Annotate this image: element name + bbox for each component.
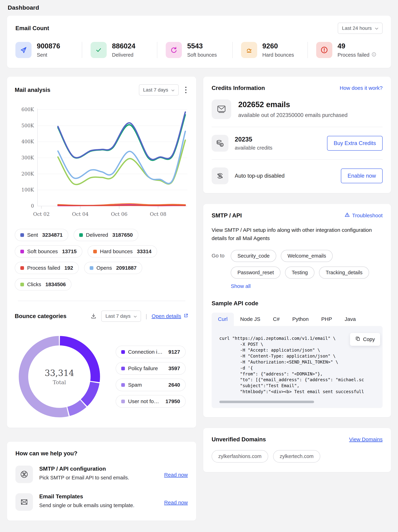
read-now-link[interactable]: Read now [164, 467, 188, 483]
legend-swatch [121, 383, 125, 387]
range-value: Last 7 days [143, 87, 168, 93]
auto-topup-icon [211, 167, 228, 184]
legend-item-opens[interactable]: Opens 2091887 [84, 262, 142, 274]
mail-analysis-card: Mail analysis Last 7 days [7, 77, 196, 428]
stat-label: Soft bounces [187, 52, 217, 58]
help-item-description: Pick SMTP or Email API to send emails. [39, 475, 158, 481]
coins-icon [211, 135, 228, 152]
chip-testing[interactable]: Testing [285, 266, 314, 279]
legend-label: User not fo… [128, 398, 159, 404]
legend-item-connection-issues[interactable]: Connection i… 9127 [116, 346, 186, 358]
legend-item-policy-failure[interactable]: Policy failure 3597 [116, 362, 186, 375]
auto-topup-label: Auto top-up disabled [235, 173, 335, 179]
refresh-icon [166, 42, 182, 58]
chip-welcome-emails[interactable]: Welcome_emails [281, 250, 333, 262]
globe-icon [15, 466, 33, 483]
bounce-donut-chart: 33,314 Total [18, 336, 100, 418]
legend-swatch [79, 233, 83, 237]
legend-swatch [93, 250, 97, 253]
stat-value: 49 [338, 42, 376, 50]
legend-label: Opens [97, 265, 112, 271]
horizontal-scrollbar[interactable] [219, 401, 314, 403]
help-item-title: Email Templates [39, 493, 158, 500]
svg-text:500K: 500K [21, 123, 34, 128]
legend-value: 13715 [62, 248, 77, 254]
legend-item-sent[interactable]: Sent 3234871 [15, 229, 68, 241]
open-details-link[interactable]: Open details [152, 313, 188, 319]
svg-text:100K: 100K [21, 187, 34, 193]
email-count-stats: 900876 Sent 886024 Delivered 5543 [15, 42, 383, 58]
legend-swatch [121, 400, 125, 403]
sample-api-code-title: Sample API code [211, 300, 383, 307]
tab-php[interactable]: PHP [315, 313, 338, 326]
email-count-title: Email Count [15, 25, 49, 32]
legend-label: Spam [128, 382, 142, 388]
legend-item-soft-bounces[interactable]: Soft bounces 13715 [15, 245, 82, 258]
kebab-menu-icon[interactable] [183, 85, 188, 95]
read-now-link[interactable]: Read now [164, 494, 188, 511]
legend-value: 1834506 [45, 281, 66, 287]
stat-label: Sent [37, 52, 60, 58]
info-icon[interactable] [372, 52, 376, 58]
tab-curl[interactable]: Curl [211, 313, 234, 326]
dashboard-page: Dashboard Email Count Last 24 hours 9008… [0, 0, 398, 524]
external-link-icon [183, 313, 188, 319]
legend-item-process-failed[interactable]: Process failed 192 [15, 262, 79, 274]
legend-swatch [20, 233, 24, 237]
help-item-title: SMTP / API configuration [39, 466, 158, 472]
legend-item-spam[interactable]: Spam 2640 [116, 379, 186, 391]
legend-swatch [90, 266, 93, 270]
credits-available-value: 20235 [235, 136, 321, 143]
copy-button[interactable]: Copy [350, 333, 380, 346]
legend-swatch [121, 367, 125, 370]
mail-agent-chips: Security_code Welcome_emails Password_re… [231, 250, 383, 289]
tab-csharp[interactable]: C# [267, 313, 286, 326]
troubleshoot-link[interactable]: Troubleshoot [344, 212, 383, 219]
chip-password-reset[interactable]: Password_reset [231, 266, 280, 279]
legend-swatch [20, 250, 24, 253]
legend-item-delivered[interactable]: Delivered 3187650 [74, 229, 139, 241]
divider [211, 127, 383, 127]
legend-item-clicks[interactable]: Clicks 1834506 [15, 278, 71, 291]
divider [18, 301, 185, 301]
emails-available-subtitle: available out of 202350000 emails purcha… [238, 112, 348, 118]
legend-item-hard-bounces[interactable]: Hard bounces 33314 [87, 245, 157, 258]
legend-item-user-not-found[interactable]: User not fo… 17950 [116, 395, 186, 408]
tab-java[interactable]: Java [338, 313, 362, 326]
legend-value: 3187650 [112, 232, 133, 238]
svg-text:Oct 08: Oct 08 [150, 211, 166, 217]
check-icon [91, 42, 107, 58]
legend-value: 17950 [166, 398, 180, 404]
unverified-domains-title: Unverified Domains [211, 436, 266, 443]
help-item-smtp-config: SMTP / API configuration Pick SMTP or Em… [15, 466, 188, 483]
stat-value: 5543 [187, 42, 217, 50]
view-domains-link[interactable]: View Domains [349, 437, 383, 442]
stat-label: Process failed [338, 52, 369, 58]
svg-text:Oct 06: Oct 06 [111, 211, 127, 217]
download-icon[interactable] [90, 313, 97, 319]
legend-value: 9127 [168, 349, 180, 355]
stat-process-failed: 49 Process failed [307, 42, 383, 58]
chip-security-code[interactable]: Security_code [231, 250, 276, 262]
mail-analysis-range-select[interactable]: Last 7 days [139, 84, 179, 95]
svg-text:600K: 600K [21, 107, 34, 112]
show-all-link[interactable]: Show all [231, 283, 250, 289]
stat-delivered: 886024 Delivered [82, 42, 157, 58]
buy-extra-credits-button[interactable]: Buy Extra Credits [327, 136, 383, 151]
enable-now-button[interactable]: Enable now [341, 169, 383, 183]
bounce-range-select[interactable]: Last 7 days [101, 310, 141, 322]
warning-triangle-icon [344, 212, 350, 219]
legend-value: 2640 [168, 382, 180, 388]
mail-stack-icon [211, 99, 231, 119]
smtp-api-card: SMTP / API Troubleshoot View SMTP / API … [203, 204, 391, 417]
tab-python[interactable]: Python [286, 313, 315, 326]
credits-title: Credits Information [211, 85, 265, 91]
email-count-range-select[interactable]: Last 24 hours [338, 23, 383, 34]
how-does-it-work-link[interactable]: How does it work? [340, 85, 383, 91]
chip-tracking-details[interactable]: Tracking_details [319, 266, 369, 279]
stat-value: 900876 [37, 42, 60, 50]
domain-chip[interactable]: zylkertech.com [273, 450, 320, 462]
tab-nodejs[interactable]: Node JS [234, 313, 267, 326]
legend-swatch [20, 283, 24, 286]
domain-chip[interactable]: zylkerfashions.com [211, 450, 268, 462]
